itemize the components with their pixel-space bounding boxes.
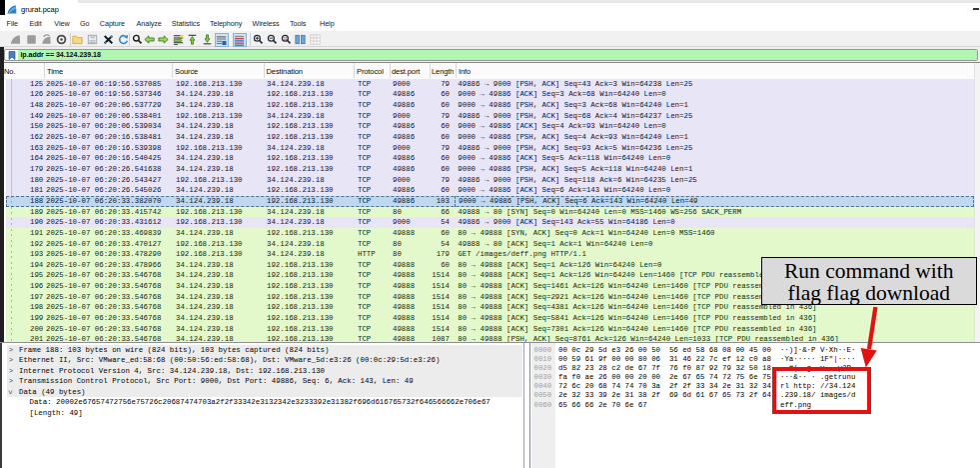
svg-text:11: 11: [284, 36, 288, 41]
